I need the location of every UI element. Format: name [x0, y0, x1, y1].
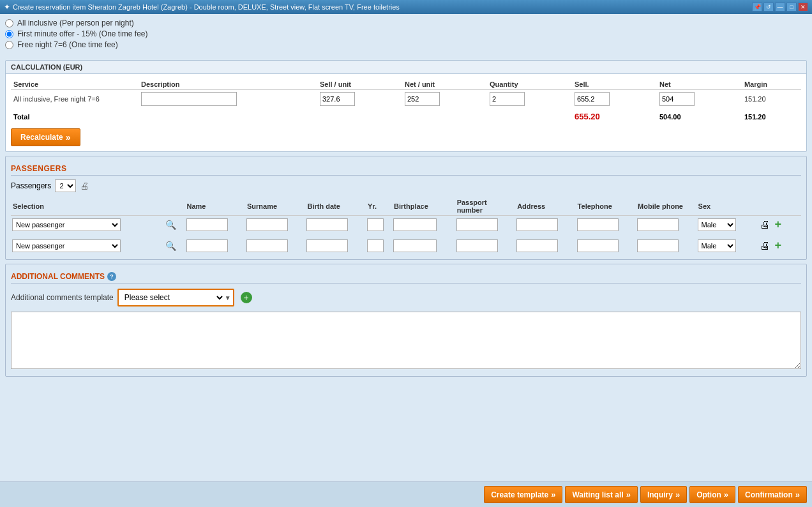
refresh-button[interactable]: ↺ [763, 3, 774, 11]
col-description: Description [139, 79, 317, 90]
passengers-count-row: Passengers 1 2 3 4 5 🖨 [11, 179, 801, 192]
passenger1-passport-input[interactable] [456, 218, 498, 231]
inquiry-label: Inquiry [647, 490, 673, 499]
passenger1-contact-button[interactable]: 🖨 [758, 219, 771, 231]
col-birthdate: Birth date [305, 197, 365, 216]
passenger1-yr-input[interactable] [367, 218, 384, 231]
passenger2-search-button[interactable]: 🔍 [164, 241, 177, 251]
passenger2-address-cell [515, 237, 575, 254]
passenger1-address-cell [515, 216, 575, 234]
window-title: Create reservation item Sheraton Zagreb … [13, 3, 400, 11]
option-label: Option [696, 490, 721, 499]
passenger1-add-button[interactable]: + [774, 218, 783, 231]
col-sell: Sell. [572, 79, 657, 90]
passenger1-surname-cell [245, 216, 305, 234]
col-service: Service [11, 79, 139, 90]
total-label: Total [11, 108, 317, 123]
firstminute-radio[interactable] [5, 30, 13, 38]
calc-total-row: Total 655.20 504.00 151.20 [11, 108, 801, 123]
col-sex: Sex [696, 197, 758, 216]
passenger1-mobile-input[interactable] [637, 218, 679, 231]
template-select-wrapper: Please select ▼ [117, 289, 234, 306]
net-unit-input[interactable] [405, 92, 440, 106]
passenger2-birthdate-cell [305, 237, 365, 254]
title-bar-left: ✦ Create reservation item Sheraton Zagre… [4, 3, 400, 11]
passenger1-tel-cell [576, 216, 636, 234]
passenger2-contact-button[interactable]: 🖨 [758, 240, 771, 252]
col-name: Name [185, 197, 245, 216]
template-add-button[interactable]: + [241, 292, 252, 303]
passenger1-name-cell [185, 216, 245, 234]
calculation-panel: CALCULATION (EUR) Service Description Se… [5, 60, 807, 152]
passenger1-birthplace-input[interactable] [393, 218, 437, 231]
col-actions [757, 197, 801, 216]
service-description [139, 90, 317, 109]
recalculate-label: Recalculate [20, 133, 63, 142]
pin-button[interactable]: 📌 [752, 3, 762, 11]
allincl-label: All inclusive (Per person per night) [17, 19, 134, 27]
passenger2-selection-select[interactable]: New passenger Existing passenger [12, 239, 121, 252]
col-surname: Surname [245, 197, 305, 216]
passenger1-address-input[interactable] [516, 218, 558, 231]
template-label: Additional comments template [11, 293, 114, 302]
passenger2-add-button[interactable]: + [774, 239, 783, 252]
passenger2-name-input[interactable] [186, 239, 228, 252]
main-content: All inclusive (Per person per night) Fir… [0, 14, 812, 481]
pricing-option-allincl: All inclusive (Per person per night) [5, 19, 807, 27]
passenger2-sex-select[interactable]: Male Female [698, 239, 736, 252]
net-input[interactable] [659, 92, 695, 106]
waiting-list-all-label: Waiting list all [572, 490, 623, 499]
freenight-radio[interactable] [5, 41, 13, 49]
passenger1-birthdate-input[interactable] [306, 218, 348, 231]
comments-textarea[interactable] [11, 312, 801, 369]
col-sellunit: Sell / unit [317, 79, 402, 90]
passenger1-sex-select[interactable]: Male Female [698, 218, 736, 231]
maximize-button[interactable]: □ [786, 3, 797, 11]
service-name: All inclusive, Free night 7=6 [11, 90, 139, 109]
passenger2-address-input[interactable] [516, 239, 558, 252]
confirmation-button[interactable]: Confirmation » [738, 486, 807, 503]
bottom-spacer [0, 381, 812, 412]
passenger2-passport-input[interactable] [456, 239, 498, 252]
col-address: Address [515, 197, 575, 216]
passenger1-search-button[interactable]: 🔍 [164, 220, 177, 230]
inquiry-button[interactable]: Inquiry » [640, 486, 687, 503]
description-input[interactable] [141, 92, 237, 106]
passenger1-name-input[interactable] [186, 218, 228, 231]
copy-passenger-button[interactable]: 🖨 [80, 181, 89, 191]
option-button[interactable]: Option » [689, 486, 735, 503]
passenger1-surname-input[interactable] [246, 218, 288, 231]
passenger2-birthdate-input[interactable] [306, 239, 348, 252]
allincl-radio[interactable] [5, 19, 13, 27]
template-select[interactable]: Please select [119, 291, 225, 305]
calculation-title: CALCULATION (EUR) [11, 63, 82, 71]
close-button[interactable]: ✕ [798, 3, 808, 11]
waiting-list-all-button[interactable]: Waiting list all » [565, 486, 637, 503]
bottom-toolbar: Create template » Waiting list all » Inq… [0, 481, 812, 507]
passengers-table: Selection Name Surname Birth date Yr. Bi… [11, 197, 801, 254]
passenger2-tel-input[interactable] [577, 239, 619, 252]
recalculate-button[interactable]: Recalculate » [11, 128, 80, 146]
recalculate-arrows-icon: » [66, 132, 71, 142]
passenger2-birthplace-input[interactable] [393, 239, 437, 252]
passenger2-surname-input[interactable] [246, 239, 288, 252]
sell-unit-input[interactable] [320, 92, 355, 106]
passengers-count-select[interactable]: 1 2 3 4 5 [55, 179, 76, 192]
passenger2-yr-input[interactable] [367, 239, 384, 252]
sell-input[interactable] [575, 92, 610, 106]
passenger2-birthplace-cell [392, 237, 455, 254]
quantity-input[interactable] [490, 92, 525, 106]
passenger1-tel-input[interactable] [577, 218, 619, 231]
passenger2-sex-cell: Male Female [696, 237, 758, 254]
passenger1-selection-select[interactable]: New passenger Existing passenger [12, 218, 121, 231]
create-template-button[interactable]: Create template » [484, 486, 562, 503]
confirmation-label: Confirmation [745, 490, 793, 499]
passenger2-yr-cell [366, 237, 392, 254]
passenger2-mobile-input[interactable] [637, 239, 679, 252]
calculation-table: Service Description Sell / unit Net / un… [11, 79, 801, 123]
quantity-val [487, 90, 572, 109]
net-val [657, 90, 742, 109]
col-netunit: Net / unit [402, 79, 487, 90]
help-icon[interactable]: ? [107, 272, 116, 281]
minimize-button[interactable]: — [775, 3, 785, 11]
